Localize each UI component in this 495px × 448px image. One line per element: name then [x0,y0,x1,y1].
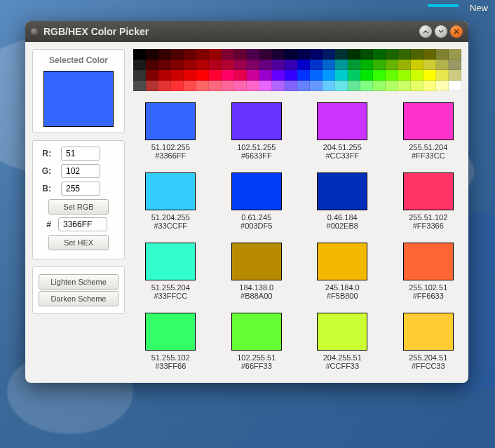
scheme-swatch[interactable] [317,102,367,140]
palette-cell[interactable] [348,49,360,60]
darken-scheme-button[interactable]: Darken Scheme [39,291,118,306]
minimize-icon[interactable] [419,25,432,38]
palette-cell[interactable] [297,60,310,70]
palette-cell[interactable] [272,81,285,91]
palette-cell[interactable] [411,49,423,60]
palette-cell[interactable] [259,70,272,81]
palette-cell[interactable] [196,49,209,60]
palette-cell[interactable] [184,81,196,91]
palette-cell[interactable] [423,81,436,91]
set-hex-button[interactable]: Set HEX [48,235,109,250]
scheme-swatch[interactable] [145,243,196,280]
palette-cell[interactable] [285,60,297,70]
palette-cell[interactable] [171,70,184,81]
palette-cell[interactable] [247,70,259,81]
r-input[interactable] [61,147,100,161]
palette-cell[interactable] [272,60,285,70]
palette-cell[interactable] [449,81,461,91]
scheme-swatch[interactable] [145,102,196,140]
palette-cell[interactable] [222,81,234,91]
palette-cell[interactable] [310,81,323,91]
palette-cell[interactable] [222,49,234,60]
palette-cell[interactable] [373,60,386,70]
palette-cell[interactable] [196,81,209,91]
palette-cell[interactable] [323,49,335,60]
palette-cell[interactable] [335,49,348,60]
palette-cell[interactable] [398,49,411,60]
palette-cell[interactable] [184,49,196,60]
palette-cell[interactable] [285,81,297,91]
palette-cell[interactable] [423,60,436,70]
palette-cell[interactable] [184,70,196,81]
palette-cell[interactable] [209,49,222,60]
palette-cell[interactable] [133,70,146,81]
palette-cell[interactable] [411,81,423,91]
palette-cell[interactable] [234,49,247,60]
scheme-swatch[interactable] [403,313,454,351]
palette-cell[interactable] [436,70,449,81]
palette-cell[interactable] [449,49,461,60]
palette-cell[interactable] [272,49,285,60]
palette-cell[interactable] [398,60,411,70]
palette-cell[interactable] [234,60,247,70]
palette-cell[interactable] [158,49,171,60]
scheme-swatch[interactable] [231,243,282,280]
palette-cell[interactable] [297,70,310,81]
palette-cell[interactable] [423,49,436,60]
scheme-swatch[interactable] [231,313,282,351]
palette-cell[interactable] [259,81,272,91]
scheme-swatch[interactable] [317,243,367,280]
palette-cell[interactable] [386,81,398,91]
palette-cell[interactable] [158,60,171,70]
palette-cell[interactable] [146,70,158,81]
palette-cell[interactable] [323,81,335,91]
palette-cell[interactable] [247,81,259,91]
scheme-swatch[interactable] [317,313,367,351]
palette-cell[interactable] [133,81,146,91]
palette-cell[interactable] [348,81,360,91]
maximize-icon[interactable] [435,25,447,38]
palette-cell[interactable] [146,49,158,60]
scheme-swatch[interactable] [403,172,454,210]
palette-cell[interactable] [297,81,310,91]
palette-cell[interactable] [209,81,222,91]
palette-cell[interactable] [247,60,259,70]
scheme-swatch[interactable] [403,243,454,280]
palette-cell[interactable] [196,70,209,81]
palette-cell[interactable] [323,70,335,81]
palette-cell[interactable] [360,60,373,70]
palette-cell[interactable] [310,49,323,60]
palette-cell[interactable] [234,70,247,81]
palette-cell[interactable] [335,60,348,70]
palette-cell[interactable] [348,70,360,81]
palette-cell[interactable] [247,49,259,60]
palette-cell[interactable] [158,81,171,91]
palette-cell[interactable] [373,81,386,91]
palette-cell[interactable] [133,49,146,60]
palette-cell[interactable] [272,70,285,81]
b-input[interactable] [61,182,100,196]
hex-input[interactable] [58,217,107,231]
palette-cell[interactable] [222,60,234,70]
palette-cell[interactable] [373,70,386,81]
palette-cell[interactable] [297,49,310,60]
palette-cell[interactable] [360,81,373,91]
palette-cell[interactable] [360,70,373,81]
palette-cell[interactable] [335,70,348,81]
palette-cell[interactable] [234,81,247,91]
lighten-scheme-button[interactable]: Lighten Scheme [39,274,118,290]
palette-cell[interactable] [386,49,398,60]
palette-cell[interactable] [259,60,272,70]
palette-cell[interactable] [411,60,423,70]
palette-cell[interactable] [171,60,184,70]
palette-cell[interactable] [184,60,196,70]
palette-cell[interactable] [436,81,449,91]
scheme-swatch[interactable] [145,172,196,210]
palette-cell[interactable] [209,60,222,70]
palette-cell[interactable] [158,70,171,81]
palette-cell[interactable] [285,70,297,81]
palette-cell[interactable] [411,70,423,81]
palette-cell[interactable] [436,49,449,60]
palette-cell[interactable] [423,70,436,81]
g-input[interactable] [61,164,100,178]
